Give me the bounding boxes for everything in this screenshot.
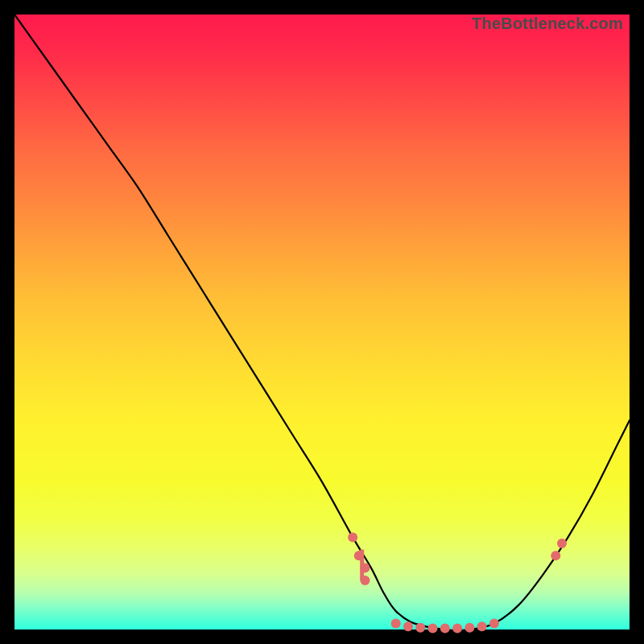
- data-marker: [489, 618, 499, 628]
- data-marker: [354, 551, 364, 560]
- data-marker: [452, 624, 462, 634]
- data-marker: [361, 576, 370, 585]
- data-marker: [391, 618, 401, 628]
- chart-plot-area: TheBottleneck.com: [14, 14, 630, 630]
- data-marker: [415, 623, 425, 633]
- data-markers: [348, 532, 567, 633]
- data-marker: [440, 624, 450, 634]
- chart-svg: [14, 14, 630, 630]
- data-marker: [348, 532, 357, 542]
- data-marker: [557, 539, 567, 548]
- data-marker: [477, 621, 487, 631]
- data-marker: [428, 624, 438, 634]
- bottleneck-curve: [14, 14, 630, 630]
- data-marker: [551, 551, 560, 560]
- data-marker: [403, 621, 413, 631]
- data-marker: [361, 564, 370, 573]
- data-marker: [464, 623, 474, 633]
